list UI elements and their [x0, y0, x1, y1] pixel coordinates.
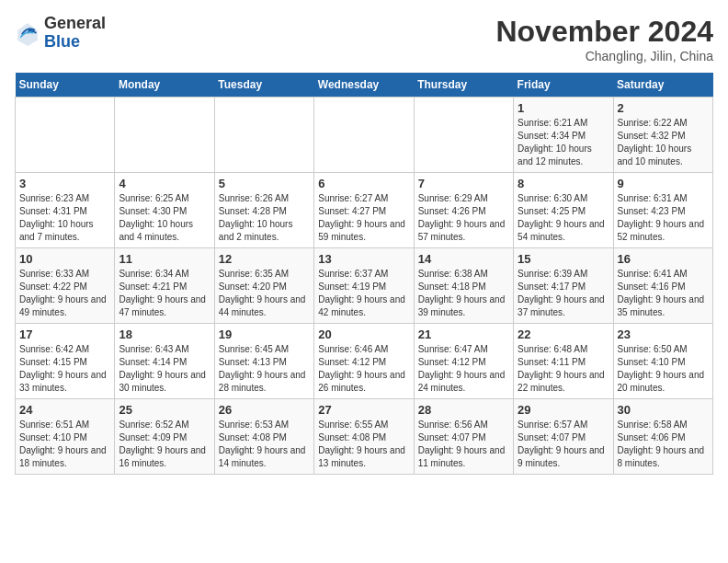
- day-info: Sunrise: 6:50 AM Sunset: 4:10 PM Dayligh…: [618, 343, 709, 395]
- logo: General Blue: [15, 15, 106, 52]
- day-info: Sunrise: 6:52 AM Sunset: 4:09 PM Dayligh…: [119, 419, 210, 470]
- day-number: 23: [618, 327, 709, 341]
- day-number: 29: [518, 403, 609, 417]
- calendar-cell: 30Sunrise: 6:58 AM Sunset: 4:06 PM Dayli…: [613, 399, 712, 475]
- day-info: Sunrise: 6:34 AM Sunset: 4:21 PM Dayligh…: [119, 268, 210, 319]
- week-row-5: 24Sunrise: 6:51 AM Sunset: 4:10 PM Dayli…: [16, 399, 713, 475]
- day-info: Sunrise: 6:46 AM Sunset: 4:12 PM Dayligh…: [318, 343, 409, 395]
- page-header: General Blue November 2024 Changling, Ji…: [15, 15, 713, 63]
- calendar-cell: 2Sunrise: 6:22 AM Sunset: 4:32 PM Daylig…: [613, 98, 712, 173]
- title-block: November 2024 Changling, Jilin, China: [495, 15, 713, 63]
- day-number: 18: [119, 327, 210, 341]
- day-number: 10: [19, 252, 110, 266]
- day-info: Sunrise: 6:55 AM Sunset: 4:08 PM Dayligh…: [318, 419, 409, 470]
- calendar-cell: 28Sunrise: 6:56 AM Sunset: 4:07 PM Dayli…: [414, 399, 513, 475]
- calendar-cell: [314, 98, 414, 173]
- logo-text: General Blue: [44, 15, 106, 52]
- day-number: 22: [518, 327, 609, 341]
- day-info: Sunrise: 6:51 AM Sunset: 4:10 PM Dayligh…: [19, 419, 110, 470]
- day-info: Sunrise: 6:29 AM Sunset: 4:26 PM Dayligh…: [418, 192, 509, 244]
- calendar-cell: 10Sunrise: 6:33 AM Sunset: 4:22 PM Dayli…: [16, 248, 115, 324]
- day-number: 5: [219, 177, 310, 190]
- column-header-sunday: Sunday: [16, 73, 115, 98]
- day-number: 17: [19, 327, 110, 341]
- calendar-cell: 6Sunrise: 6:27 AM Sunset: 4:27 PM Daylig…: [314, 173, 414, 248]
- calendar-cell: 5Sunrise: 6:26 AM Sunset: 4:28 PM Daylig…: [214, 173, 313, 248]
- calendar-header-row: SundayMondayTuesdayWednesdayThursdayFrid…: [16, 73, 713, 98]
- week-row-1: 1Sunrise: 6:21 AM Sunset: 4:34 PM Daylig…: [16, 98, 713, 173]
- calendar-cell: 20Sunrise: 6:46 AM Sunset: 4:12 PM Dayli…: [314, 324, 414, 399]
- column-header-tuesday: Tuesday: [214, 73, 313, 98]
- day-info: Sunrise: 6:58 AM Sunset: 4:06 PM Dayligh…: [618, 419, 709, 470]
- column-header-thursday: Thursday: [414, 73, 513, 98]
- logo-icon: [15, 20, 40, 46]
- calendar-cell: 16Sunrise: 6:41 AM Sunset: 4:16 PM Dayli…: [613, 248, 712, 324]
- calendar-cell: 23Sunrise: 6:50 AM Sunset: 4:10 PM Dayli…: [613, 324, 712, 399]
- day-number: 24: [19, 403, 110, 417]
- logo-blue: Blue: [44, 33, 106, 52]
- day-number: 3: [19, 177, 110, 190]
- calendar-cell: [414, 98, 513, 173]
- calendar-cell: 18Sunrise: 6:43 AM Sunset: 4:14 PM Dayli…: [115, 324, 214, 399]
- calendar-cell: 9Sunrise: 6:31 AM Sunset: 4:23 PM Daylig…: [613, 173, 712, 248]
- day-number: 25: [119, 403, 210, 417]
- week-row-2: 3Sunrise: 6:23 AM Sunset: 4:31 PM Daylig…: [16, 173, 713, 248]
- day-number: 19: [219, 327, 310, 341]
- day-number: 8: [518, 177, 609, 190]
- day-number: 6: [318, 177, 409, 190]
- day-info: Sunrise: 6:33 AM Sunset: 4:22 PM Dayligh…: [19, 268, 110, 319]
- day-info: Sunrise: 6:27 AM Sunset: 4:27 PM Dayligh…: [318, 192, 409, 244]
- day-info: Sunrise: 6:48 AM Sunset: 4:11 PM Dayligh…: [518, 343, 609, 395]
- calendar-cell: 24Sunrise: 6:51 AM Sunset: 4:10 PM Dayli…: [16, 399, 115, 475]
- day-info: Sunrise: 6:45 AM Sunset: 4:13 PM Dayligh…: [219, 343, 310, 395]
- column-header-monday: Monday: [115, 73, 214, 98]
- calendar-cell: 15Sunrise: 6:39 AM Sunset: 4:17 PM Dayli…: [514, 248, 613, 324]
- calendar-cell: 4Sunrise: 6:25 AM Sunset: 4:30 PM Daylig…: [115, 173, 214, 248]
- calendar-cell: [214, 98, 313, 173]
- svg-marker-0: [17, 23, 38, 46]
- column-header-friday: Friday: [514, 73, 613, 98]
- calendar-cell: 7Sunrise: 6:29 AM Sunset: 4:26 PM Daylig…: [414, 173, 513, 248]
- day-number: 27: [318, 403, 409, 417]
- calendar-table: SundayMondayTuesdayWednesdayThursdayFrid…: [15, 73, 713, 475]
- day-info: Sunrise: 6:39 AM Sunset: 4:17 PM Dayligh…: [518, 268, 609, 319]
- calendar-cell: 22Sunrise: 6:48 AM Sunset: 4:11 PM Dayli…: [514, 324, 613, 399]
- location-subtitle: Changling, Jilin, China: [495, 49, 713, 63]
- day-number: 26: [219, 403, 310, 417]
- day-number: 21: [418, 327, 509, 341]
- calendar-cell: 12Sunrise: 6:35 AM Sunset: 4:20 PM Dayli…: [214, 248, 313, 324]
- day-number: 9: [618, 177, 709, 190]
- day-info: Sunrise: 6:26 AM Sunset: 4:28 PM Dayligh…: [219, 192, 310, 244]
- day-info: Sunrise: 6:53 AM Sunset: 4:08 PM Dayligh…: [219, 419, 310, 470]
- day-info: Sunrise: 6:56 AM Sunset: 4:07 PM Dayligh…: [418, 419, 509, 470]
- day-info: Sunrise: 6:22 AM Sunset: 4:32 PM Dayligh…: [618, 117, 709, 168]
- month-title: November 2024: [495, 15, 713, 49]
- day-info: Sunrise: 6:35 AM Sunset: 4:20 PM Dayligh…: [219, 268, 310, 319]
- calendar-cell: 26Sunrise: 6:53 AM Sunset: 4:08 PM Dayli…: [214, 399, 313, 475]
- day-info: Sunrise: 6:21 AM Sunset: 4:34 PM Dayligh…: [518, 117, 609, 168]
- logo-general: General: [44, 15, 106, 33]
- day-number: 28: [418, 403, 509, 417]
- calendar-cell: 8Sunrise: 6:30 AM Sunset: 4:25 PM Daylig…: [514, 173, 613, 248]
- week-row-3: 10Sunrise: 6:33 AM Sunset: 4:22 PM Dayli…: [16, 248, 713, 324]
- day-info: Sunrise: 6:47 AM Sunset: 4:12 PM Dayligh…: [418, 343, 509, 395]
- calendar-cell: 13Sunrise: 6:37 AM Sunset: 4:19 PM Dayli…: [314, 248, 414, 324]
- day-info: Sunrise: 6:38 AM Sunset: 4:18 PM Dayligh…: [418, 268, 509, 319]
- day-info: Sunrise: 6:30 AM Sunset: 4:25 PM Dayligh…: [518, 192, 609, 244]
- day-info: Sunrise: 6:31 AM Sunset: 4:23 PM Dayligh…: [618, 192, 709, 244]
- day-info: Sunrise: 6:57 AM Sunset: 4:07 PM Dayligh…: [518, 419, 609, 470]
- calendar-cell: 19Sunrise: 6:45 AM Sunset: 4:13 PM Dayli…: [214, 324, 313, 399]
- calendar-cell: 27Sunrise: 6:55 AM Sunset: 4:08 PM Dayli…: [314, 399, 414, 475]
- day-info: Sunrise: 6:41 AM Sunset: 4:16 PM Dayligh…: [618, 268, 709, 319]
- column-header-saturday: Saturday: [613, 73, 712, 98]
- week-row-4: 17Sunrise: 6:42 AM Sunset: 4:15 PM Dayli…: [16, 324, 713, 399]
- day-number: 11: [119, 252, 210, 266]
- calendar-cell: 14Sunrise: 6:38 AM Sunset: 4:18 PM Dayli…: [414, 248, 513, 324]
- day-number: 20: [318, 327, 409, 341]
- day-number: 7: [418, 177, 509, 190]
- calendar-cell: 25Sunrise: 6:52 AM Sunset: 4:09 PM Dayli…: [115, 399, 214, 475]
- day-number: 13: [318, 252, 409, 266]
- calendar-cell: [16, 98, 115, 173]
- day-number: 2: [618, 101, 709, 115]
- day-info: Sunrise: 6:43 AM Sunset: 4:14 PM Dayligh…: [119, 343, 210, 395]
